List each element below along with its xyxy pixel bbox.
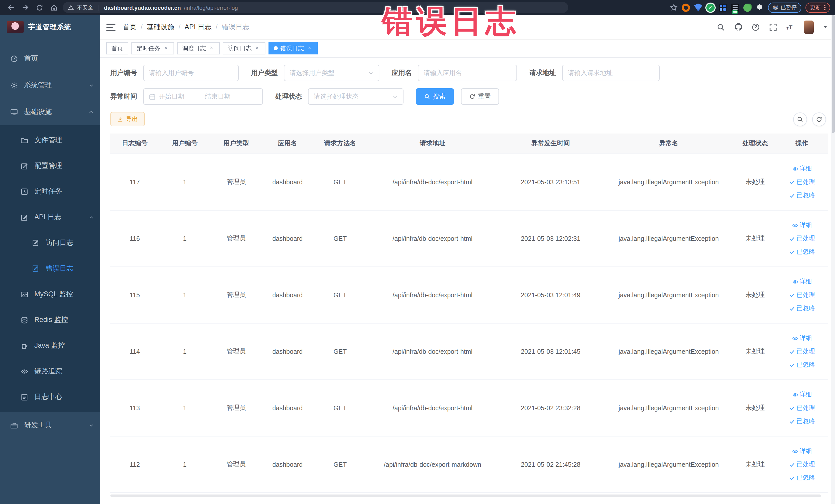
sidebar-item-13[interactable]: 日志中心	[0, 384, 100, 410]
user-menu-caret-icon[interactable]	[822, 24, 828, 30]
row-action-check-link[interactable]: 已忽略	[789, 191, 815, 200]
browser-home-icon[interactable]	[48, 2, 60, 13]
browser-reload-icon[interactable]	[34, 2, 45, 13]
row-action-check-link[interactable]: 已处理	[789, 347, 815, 356]
refresh-table-button[interactable]	[812, 112, 826, 126]
header-search-icon[interactable]	[716, 23, 725, 31]
row-action-eye-link[interactable]: 详细	[792, 164, 812, 173]
user-avatar[interactable]	[804, 20, 813, 34]
sidebar-item-14[interactable]: 研发工具	[0, 412, 100, 439]
bookmark-star-icon[interactable]	[669, 3, 678, 12]
tag-2[interactable]: 调度日志×	[177, 42, 220, 55]
breadcrumb-infra[interactable]: 基础设施	[147, 22, 175, 32]
reset-button[interactable]: 重置	[461, 88, 499, 105]
github-icon[interactable]	[734, 23, 742, 31]
sidebar-item-1[interactable]: 系统管理	[0, 72, 100, 99]
row-action-check-link[interactable]: 已忽略	[789, 247, 815, 256]
row-action-check-link[interactable]: 已忽略	[789, 473, 815, 482]
sidebar-collapse-icon[interactable]	[106, 23, 116, 31]
vertical-scrollbar[interactable]	[831, 15, 835, 504]
fullscreen-icon[interactable]	[769, 23, 777, 31]
row-action-check-link[interactable]: 已处理	[789, 460, 815, 469]
sidebar-item-4[interactable]: 配置管理	[0, 153, 100, 179]
app: 芋道管理系统 首页系统管理基础设施文件管理配置管理定时任务API 日志访问日志错…	[0, 15, 835, 504]
search-button[interactable]: 搜索	[416, 88, 454, 105]
extension-blue-shield-icon[interactable]	[694, 3, 702, 12]
row-action-check-link[interactable]: 已处理	[789, 404, 815, 412]
tag-3[interactable]: 访问日志×	[223, 42, 265, 55]
sidebar-item-7[interactable]: 访问日志	[0, 230, 100, 256]
row-action-check-link[interactable]: 已处理	[789, 178, 815, 186]
sidebar-item-5[interactable]: 定时任务	[0, 179, 100, 204]
export-button[interactable]: 导出	[110, 112, 145, 126]
row-action-check-link[interactable]: 已处理	[789, 234, 815, 243]
cell-exception: java.lang.IllegalArgumentException	[603, 457, 734, 472]
sidebar-item-9[interactable]: MySQL 监控	[0, 281, 100, 307]
security-warning-icon[interactable]	[68, 4, 74, 11]
browser-back-icon[interactable]	[5, 2, 16, 13]
url-path[interactable]: /infra/log/api-error-log	[184, 4, 238, 11]
sidebar-item-12[interactable]: 链路追踪	[0, 358, 100, 384]
sidebar-item-8-active[interactable]: 错误日志	[0, 256, 100, 281]
horizontal-scrollbar[interactable]	[110, 495, 821, 497]
browser-menu-kebab-icon[interactable]	[824, 5, 825, 11]
filter-app-name: 应用名	[392, 65, 517, 81]
row-action-eye-link[interactable]: 详细	[792, 390, 812, 399]
process-status-select[interactable]	[308, 88, 404, 105]
app-name-input[interactable]	[424, 69, 511, 77]
navbar-actions: TT	[716, 20, 828, 34]
sidebar-item-3[interactable]: 文件管理	[0, 127, 100, 153]
extension-green-check-icon[interactable]	[707, 3, 715, 12]
vertical-scrollbar-thumb[interactable]	[831, 15, 834, 133]
toggle-search-button[interactable]	[793, 112, 807, 126]
user-id-input[interactable]	[149, 69, 233, 77]
breadcrumb-home[interactable]: 首页	[123, 22, 137, 32]
sidebar-logo[interactable]: 芋道管理系统	[0, 15, 100, 39]
extension-orange-ring-icon[interactable]	[682, 3, 690, 12]
apilog-icon	[21, 213, 28, 221]
annotation-overlay-text: 错误日志	[382, 1, 520, 43]
row-action-eye-link[interactable]: 详细	[792, 277, 812, 286]
tag-4-active[interactable]: 错误日志×	[268, 42, 318, 55]
browser-forward-icon[interactable]	[20, 2, 31, 13]
url-domain[interactable]: dashboard.yudao.iocoder.cn	[104, 4, 181, 11]
tag-close-icon[interactable]: ×	[306, 45, 313, 52]
sidebar-item-2[interactable]: 基础设施	[0, 99, 100, 125]
extension-green-leaf-icon[interactable]	[744, 3, 752, 12]
date-range-picker[interactable]: -	[143, 88, 263, 105]
extensions-puzzle-icon[interactable]	[756, 3, 764, 12]
end-date-input[interactable]	[205, 93, 241, 100]
user-type-select[interactable]	[284, 65, 380, 81]
font-size-icon[interactable]: TT	[786, 23, 795, 31]
row-action-check-link[interactable]: 已忽略	[789, 361, 815, 369]
sidebar-item-10[interactable]: Redis 监控	[0, 307, 100, 333]
cell-time: 2021-05-02 23:32:28	[498, 400, 603, 416]
tag-close-icon[interactable]: ×	[254, 45, 260, 52]
sidebar-item-11[interactable]: Java 监控	[0, 333, 100, 358]
row-action-check-link[interactable]: 已处理	[789, 291, 815, 299]
user-type-select-input[interactable]	[289, 69, 365, 77]
update-button[interactable]: 更新	[806, 2, 830, 13]
extension-tampermonkey-icon[interactable]: on	[731, 3, 739, 12]
row-action-eye-link[interactable]: 详细	[792, 221, 812, 229]
help-icon[interactable]	[751, 23, 760, 31]
process-status-select-input[interactable]	[314, 93, 389, 100]
row-action-check-link[interactable]: 已忽略	[789, 304, 815, 313]
start-date-input[interactable]	[159, 93, 195, 100]
tag-close-icon[interactable]: ×	[208, 45, 215, 52]
edit-icon	[21, 162, 28, 170]
row-action-check-link[interactable]: 已忽略	[789, 417, 815, 426]
breadcrumb-api-log[interactable]: API 日志	[185, 22, 211, 32]
row-action-eye-link[interactable]: 详细	[792, 334, 812, 343]
sidebar-item-6[interactable]: API 日志	[0, 204, 100, 230]
sidebar-item-0[interactable]: 首页	[0, 45, 100, 72]
paused-badge[interactable]: 😄 已暂停	[768, 2, 801, 13]
extension-grid-icon[interactable]	[719, 3, 727, 12]
tag-1[interactable]: 定时任务×	[131, 42, 174, 55]
row-action-eye-link[interactable]: 详细	[792, 447, 812, 456]
tag-close-icon[interactable]: ×	[163, 45, 169, 52]
security-label[interactable]: 不安全	[77, 4, 93, 11]
logcenter-icon	[21, 393, 28, 401]
tag-0[interactable]: 首页	[106, 42, 128, 55]
request-url-input[interactable]	[568, 69, 654, 77]
